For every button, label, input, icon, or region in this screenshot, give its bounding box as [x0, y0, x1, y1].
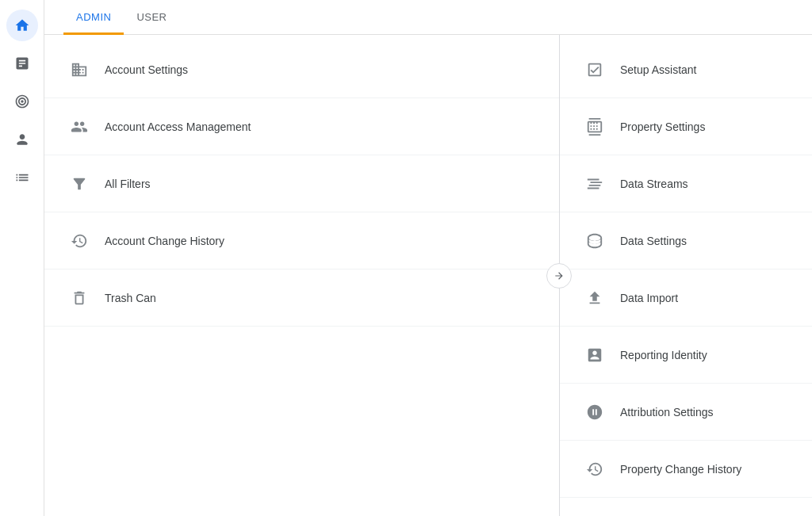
property-icon — [585, 117, 604, 136]
setup-assistant-item[interactable]: Setup Assistant — [560, 41, 812, 98]
account-settings-item[interactable]: Account Settings — [44, 41, 559, 98]
account-access-management-label: Account Access Management — [105, 120, 251, 133]
list-icon[interactable] — [6, 162, 38, 193]
property-settings-label: Property Settings — [620, 120, 705, 133]
attribution-settings-label: Attribution Settings — [620, 406, 714, 419]
column-divider-arrow — [546, 263, 572, 289]
account-change-history-label: Account Change History — [105, 235, 224, 247]
trash-icon — [70, 289, 89, 308]
building-icon — [70, 60, 89, 79]
setup-assistant-label: Setup Assistant — [620, 63, 697, 76]
audience-icon[interactable] — [6, 124, 38, 155]
data-settings-item[interactable]: Data Settings — [560, 212, 812, 269]
reporting-icon — [585, 346, 604, 365]
data-streams-item[interactable]: Data Streams — [560, 155, 812, 212]
data-streams-label: Data Streams — [620, 178, 688, 190]
tab-user[interactable]: USER — [124, 0, 179, 35]
reports-icon[interactable] — [6, 48, 38, 79]
data-import-label: Data Import — [620, 292, 678, 304]
main-content: ADMIN USER Account Settings — [44, 0, 812, 516]
tab-admin[interactable]: ADMIN — [63, 0, 124, 35]
upload-icon — [585, 289, 604, 308]
history2-icon — [585, 460, 604, 479]
reporting-identity-item[interactable]: Reporting Identity — [560, 327, 812, 384]
data-settings-icon — [585, 231, 604, 250]
all-filters-item[interactable]: All Filters — [44, 155, 559, 212]
trash-can-label: Trash Can — [105, 292, 156, 304]
account-access-management-item[interactable]: Account Access Management — [44, 98, 559, 155]
data-import-item[interactable]: Data Import — [560, 269, 812, 327]
tab-bar: ADMIN USER — [44, 0, 812, 35]
data-settings-label: Data Settings — [620, 235, 687, 247]
history-icon — [70, 231, 89, 250]
nav-rail — [0, 0, 44, 516]
account-settings-label: Account Settings — [105, 63, 188, 76]
property-change-history-label: Property Change History — [620, 463, 741, 476]
all-filters-label: All Filters — [105, 178, 151, 190]
filter-icon — [70, 174, 89, 193]
data-deletion-requests-item[interactable]: Dd Data Deletion Requests — [560, 498, 812, 516]
people-icon — [70, 117, 89, 136]
columns: Account Settings Account Access Manageme… — [44, 35, 812, 516]
reporting-identity-label: Reporting Identity — [620, 349, 707, 361]
property-settings-item[interactable]: Property Settings — [560, 98, 812, 155]
checkbox-icon — [585, 60, 604, 79]
account-change-history-item[interactable]: Account Change History — [44, 212, 559, 269]
streams-icon — [585, 174, 604, 193]
trash-can-item[interactable]: Trash Can — [44, 269, 559, 327]
attribution-settings-item[interactable]: Attribution Settings — [560, 384, 812, 441]
attribution-icon — [585, 403, 604, 422]
home-icon[interactable] — [6, 10, 38, 41]
property-change-history-item[interactable]: Property Change History — [560, 441, 812, 498]
col-right: Setup Assistant Property Settings — [560, 35, 812, 516]
explore-icon[interactable] — [6, 86, 38, 117]
col-left: Account Settings Account Access Manageme… — [44, 35, 560, 516]
